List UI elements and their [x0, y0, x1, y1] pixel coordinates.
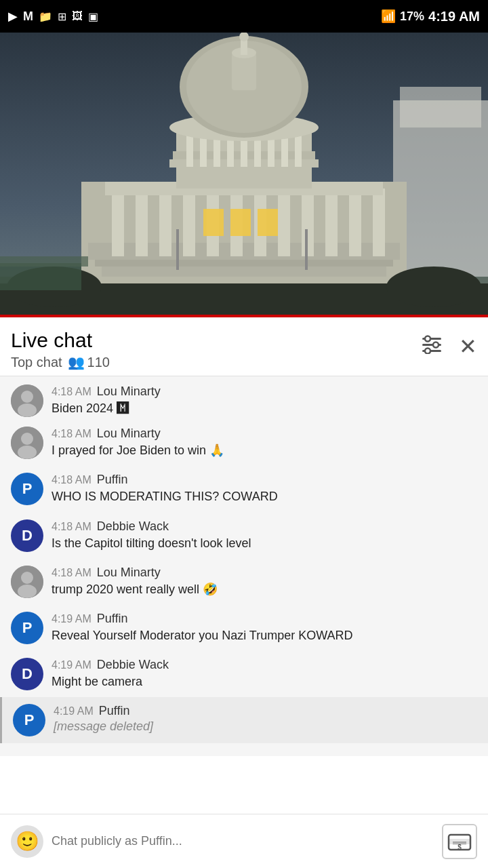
svg-rect-2 — [400, 87, 481, 127]
svg-point-54 — [433, 342, 439, 347]
message-time: 4:18 AM — [52, 386, 92, 398]
chat-message: P 4:19 AM Puffin Reveal Yourself Moderat… — [0, 605, 488, 651]
message-text: I prayed for Joe Biden to win 🙏 — [52, 442, 477, 459]
chat-header-actions: ✕ — [421, 334, 477, 359]
message-meta: 4:18 AM Lou Minarty — [52, 384, 477, 399]
avatar: P — [11, 473, 43, 505]
svg-rect-69 — [453, 842, 466, 843]
message-author: Lou Minarty — [97, 384, 161, 399]
chat-message: 4:18 AM Lou Minarty Biden 2024 🅼 — [0, 382, 488, 420]
browser-icon: ▣ — [88, 10, 98, 23]
svg-rect-15 — [278, 189, 290, 256]
svg-rect-40 — [203, 209, 224, 236]
svg-point-53 — [425, 336, 430, 341]
chat-input-bar: 🙂 $ —— — [0, 814, 488, 868]
chat-messages-list[interactable]: 4:18 AM Lou Minarty Biden 2024 🅼 4:18 AM… — [0, 376, 488, 756]
message-author: Puffin — [97, 473, 128, 487]
message-deleted-text: [message deleted] — [54, 719, 477, 734]
viewer-number: 110 — [87, 355, 110, 370]
message-author: Debbie Wack — [97, 658, 169, 672]
svg-rect-19 — [373, 189, 385, 256]
message-author: Lou Minarty — [97, 566, 161, 580]
message-time: 4:18 AM — [52, 567, 92, 579]
message-meta: 4:18 AM Lou Minarty — [52, 566, 477, 580]
message-meta: 4:19 AM Debbie Wack — [52, 658, 477, 672]
top-chat-label[interactable]: Top chat — [11, 355, 62, 370]
message-content: 4:18 AM Lou Minarty I prayed for Joe Bid… — [52, 427, 477, 459]
message-time: 4:19 AM — [54, 705, 94, 717]
message-text: trump 2020 went really well 🤣 — [52, 581, 477, 598]
message-time: 4:18 AM — [52, 428, 92, 440]
close-chat-icon[interactable]: ✕ — [459, 334, 477, 359]
chat-message-deleted: P 4:19 AM Puffin [message deleted] — [0, 697, 488, 743]
super-chat-icon: $ —— — [447, 829, 472, 854]
avatar: P — [13, 704, 45, 736]
svg-rect-9 — [136, 189, 148, 256]
chat-settings-icon[interactable] — [421, 335, 443, 359]
message-time: 4:19 AM — [52, 613, 92, 625]
message-text: Is the Capitol tilting doesn't look leve… — [52, 535, 477, 552]
message-text: Reveal Yourself Moderator you Nazi Trump… — [52, 627, 477, 644]
message-content: 4:18 AM Lou Minarty trump 2020 went real… — [52, 566, 477, 598]
svg-rect-8 — [112, 189, 124, 256]
message-meta: 4:19 AM Puffin — [52, 612, 477, 626]
chat-input[interactable] — [52, 834, 434, 848]
youtube-icon: ▶ — [8, 9, 18, 24]
avatar — [11, 427, 43, 459]
svg-point-45 — [386, 267, 481, 307]
message-meta: 4:18 AM Puffin — [52, 473, 477, 487]
svg-rect-18 — [349, 189, 361, 256]
message-content: 4:19 AM Puffin [message deleted] — [54, 704, 477, 734]
svg-point-57 — [21, 391, 33, 403]
message-time: 4:18 AM — [52, 474, 92, 486]
chat-header-info: Live chat Top chat 👥 110 — [11, 328, 110, 370]
chat-message: 4:18 AM Lou Minarty trump 2020 went real… — [0, 559, 488, 605]
message-content: 4:19 AM Debbie Wack Might be camera — [52, 658, 477, 690]
avatar — [11, 566, 43, 598]
svg-text:——: —— — [453, 840, 466, 847]
m-icon: M — [23, 9, 33, 24]
message-meta: 4:18 AM Debbie Wack — [52, 519, 477, 534]
emoji-icon: 🙂 — [16, 830, 39, 852]
viewer-icon: 👥 — [68, 354, 85, 370]
message-author: Debbie Wack — [97, 519, 169, 534]
folder-icon: 📁 — [39, 10, 52, 23]
viewer-count: 👥 110 — [68, 354, 110, 370]
message-text: WHO IS MODERATING THIS? COWARD — [52, 488, 477, 505]
avatar — [11, 384, 43, 417]
svg-rect-42 — [258, 209, 278, 236]
wifi-icon: 📶 — [381, 9, 396, 24]
super-chat-button[interactable]: $ —— — [442, 824, 477, 859]
svg-rect-24 — [186, 133, 193, 167]
message-author: Puffin — [99, 704, 130, 718]
message-content: 4:18 AM Puffin WHO IS MODERATING THIS? C… — [52, 473, 477, 505]
svg-point-55 — [425, 348, 430, 353]
message-meta: 4:19 AM Puffin — [54, 704, 477, 718]
emoji-button[interactable]: 🙂 — [11, 825, 43, 858]
video-player[interactable] — [0, 33, 488, 317]
svg-point-58 — [18, 403, 37, 417]
message-text: Biden 2024 🅼 — [52, 400, 477, 417]
svg-rect-32 — [295, 133, 302, 167]
chat-message: D 4:19 AM Debbie Wack Might be camera — [0, 651, 488, 697]
svg-point-63 — [21, 572, 33, 584]
svg-point-60 — [21, 433, 33, 445]
status-bar-right: 📶 17% 4:19 AM — [381, 9, 480, 24]
svg-rect-41 — [230, 209, 251, 236]
message-author: Puffin — [97, 612, 128, 626]
chat-header: Live chat Top chat 👥 110 — [0, 317, 488, 376]
video-scene — [0, 33, 488, 317]
status-bar: ▶ M 📁 ⊞ 🖼 ▣ 📶 17% 4:19 AM — [0, 0, 488, 33]
video-progress-bar[interactable] — [0, 315, 488, 317]
battery-text: 17% — [400, 9, 424, 24]
chat-container: Live chat Top chat 👥 110 — [0, 317, 488, 756]
avatar: D — [11, 658, 43, 690]
svg-rect-48 — [305, 229, 308, 270]
svg-rect-46 — [0, 263, 81, 290]
status-bar-left: ▶ M 📁 ⊞ 🖼 ▣ — [8, 9, 98, 24]
svg-rect-10 — [159, 189, 171, 256]
chat-subtitle: Top chat 👥 110 — [11, 354, 110, 370]
svg-rect-47 — [0, 256, 88, 267]
message-meta: 4:18 AM Lou Minarty — [52, 427, 477, 441]
image-icon: 🖼 — [72, 10, 83, 22]
